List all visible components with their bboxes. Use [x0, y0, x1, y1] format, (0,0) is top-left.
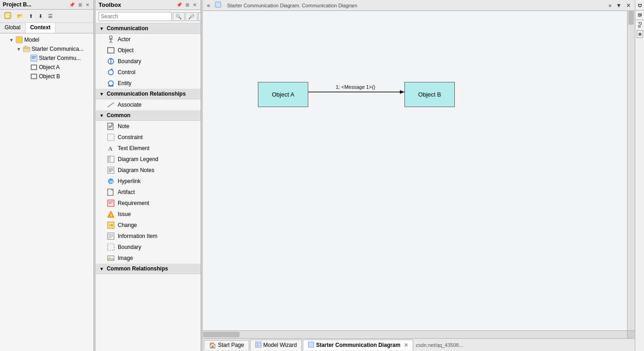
tree-item-starter-comm[interactable]: ▼ Starter Communica...	[0, 44, 93, 54]
uml-object-a[interactable]: Object A	[258, 82, 308, 107]
tab-start-page-label: Start Page	[218, 342, 244, 348]
control-icon	[107, 68, 115, 76]
toolbox-search-bar: 🔍 🔎 ☰	[96, 10, 201, 23]
tree-label-starter-comm: Starter Communica...	[32, 46, 83, 52]
tab-starter-comm-diag-close[interactable]: ✕	[404, 342, 408, 348]
toolbox-item-change[interactable]: Change	[96, 220, 201, 231]
diagram-canvas-wrap: Object A Object B 1: <Message 1>()	[203, 11, 635, 338]
associate-label: Associate	[118, 102, 142, 108]
tree-item-object-b[interactable]: ▶ Object B	[0, 72, 93, 81]
svg-rect-36	[108, 160, 110, 162]
project-browser-header: Project B... 📌 ⊞ ✕	[0, 0, 93, 10]
folder-open-btn[interactable]: 📂	[15, 12, 26, 21]
diagram-tab-bar: « Starter Communication Diagram. Communi…	[203, 0, 635, 11]
toolbox-item-entity[interactable]: Entity	[96, 78, 201, 89]
tree-item-model[interactable]: ▼ Model	[0, 35, 93, 44]
tab-global[interactable]: Global	[0, 23, 26, 33]
entity-label: Entity	[118, 80, 131, 86]
nav-down-btn[interactable]: ⬇	[36, 12, 45, 21]
tab-start-page[interactable]: 🏠 Start Page	[204, 340, 249, 350]
toolbox-item-diagram-notes[interactable]: Diagram Notes	[96, 165, 201, 176]
scroll-thumb-v[interactable]	[628, 11, 634, 25]
tree-item-object-a[interactable]: ▶ Object A	[0, 63, 93, 72]
toolbox-item-artifact[interactable]: Artifact	[96, 187, 201, 198]
model-icon	[16, 36, 23, 43]
associate-icon	[107, 101, 115, 109]
svg-line-16	[109, 41, 111, 43]
toolbox-item-issue[interactable]: ! Issue	[96, 209, 201, 220]
toolbox-close-btn[interactable]: ✕	[191, 2, 198, 8]
toolbox-section-common-rel[interactable]: ▼ Common Relationships	[96, 264, 201, 274]
image-icon	[107, 254, 115, 262]
toolbox-item-associate[interactable]: Associate	[96, 99, 201, 110]
uml-object-b[interactable]: Object B	[404, 82, 455, 107]
toolbox-header: Toolbox 📌 ⊞ ✕	[96, 0, 201, 10]
toolbox-item-diagram-legend[interactable]: Diagram Legend	[96, 154, 201, 165]
object-icon-b	[30, 73, 38, 80]
toolbox-item-constraint[interactable]: Constraint	[96, 132, 201, 143]
diagram-icon-btn[interactable]	[213, 0, 224, 10]
tab-model-wizard[interactable]: Model Wizard	[250, 340, 302, 351]
information-item-icon	[107, 232, 115, 240]
diagram-nav-right-btn[interactable]: »	[606, 1, 614, 10]
scroll-thumb-h[interactable]	[203, 332, 240, 337]
toolbox-pin2-btn[interactable]: ⊞	[184, 2, 191, 8]
svg-rect-9	[32, 56, 36, 57]
toolbox-item-hyperlink[interactable]: W Hyperlink	[96, 176, 201, 187]
nav-up-btn[interactable]: ⬆	[27, 12, 35, 21]
right-panel-zoom-btn[interactable]: ⊕	[637, 30, 643, 38]
diagram-nav-left-btn[interactable]: «	[205, 1, 213, 10]
tree-label-starter-comm-diag: Starter Commu...	[39, 55, 81, 61]
svg-line-26	[108, 103, 114, 107]
toolbox-search2-button[interactable]: 🔎	[186, 12, 197, 21]
menu-btn[interactable]: ☰	[46, 12, 55, 21]
issue-label: Issue	[118, 211, 131, 217]
tab-starter-comm-diag[interactable]: Starter Communication Diagram ✕	[303, 340, 413, 351]
project-browser-pin2-btn[interactable]: ⊞	[77, 2, 83, 8]
toolbox-search-input[interactable]	[98, 12, 172, 21]
tree-expand-model[interactable]: ▼	[9, 38, 16, 43]
diagram-close-btn[interactable]: ✕	[624, 1, 633, 10]
svg-marker-60	[400, 90, 404, 94]
svg-rect-3	[5, 16, 9, 17]
diagram-dropdown-btn[interactable]: ▼	[614, 1, 624, 10]
diagram-scrollbar-h[interactable]	[203, 330, 627, 338]
toolbox-pin-btn[interactable]: 📌	[175, 2, 183, 8]
tab-context[interactable]: Context	[26, 23, 56, 33]
object-label: Object	[118, 47, 134, 54]
object-icon-a	[30, 64, 38, 71]
toolbox-item-image[interactable]: Image	[96, 253, 201, 264]
toolbox-item-actor[interactable]: Actor	[96, 34, 201, 45]
toolbox-item-text-element[interactable]: A Text Element	[96, 143, 201, 154]
object-icon	[107, 46, 115, 54]
diagram-canvas[interactable]: Object A Object B 1: <Message 1>()	[203, 11, 635, 338]
start-page-icon: 🏠	[209, 342, 216, 349]
toolbox-section-communication[interactable]: ▼ Communication	[96, 23, 201, 34]
boundary-common-icon	[107, 243, 115, 251]
diagram-scrollbar-v[interactable]	[627, 11, 635, 330]
toolbox-item-requirement[interactable]: Requirement	[96, 198, 201, 209]
project-browser-pin-btn[interactable]: 📌	[68, 2, 76, 8]
model-icon-btn[interactable]	[2, 11, 14, 22]
toolbox-item-information-item[interactable]: Information Item	[96, 231, 201, 242]
model-wizard-icon	[255, 341, 262, 349]
toolbox-item-control[interactable]: Control	[96, 67, 201, 78]
toolbox-item-note[interactable]: Note	[96, 121, 201, 132]
project-browser-close-btn[interactable]: ✕	[84, 2, 91, 8]
requirement-label: Requirement	[118, 200, 149, 206]
toolbox-item-object[interactable]: Object	[96, 45, 201, 56]
svg-rect-2	[5, 15, 9, 16]
toolbox-section-common[interactable]: ▼ Common	[96, 110, 201, 121]
note-icon	[107, 122, 115, 130]
right-panel-pa-label: Pa	[637, 21, 642, 28]
toolbox-item-boundary[interactable]: Boundary	[96, 56, 201, 67]
toolbox-section-comm-rel[interactable]: ▼ Communication Relationships	[96, 89, 201, 99]
tree-expand-starter-comm[interactable]: ▼	[16, 47, 23, 52]
uml-object-a-label: Object A	[272, 91, 294, 98]
starter-comm-diag-icon	[308, 341, 314, 349]
actor-label: Actor	[118, 36, 131, 43]
toolbox-item-boundary-common[interactable]: Boundary	[96, 242, 201, 253]
tree-item-starter-comm-diag[interactable]: ▶ Starter Commu...	[0, 54, 93, 63]
toolbox-search-button[interactable]: 🔍	[173, 12, 185, 21]
right-panel-divider2	[635, 20, 644, 20]
